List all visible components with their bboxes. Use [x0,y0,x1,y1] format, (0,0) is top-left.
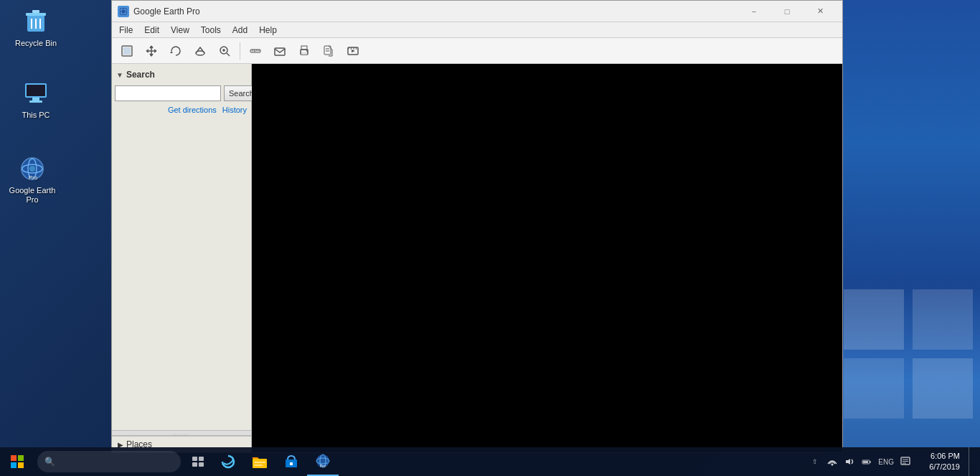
taskbar-search[interactable]: 🔍 [37,451,181,472]
taskbar-right: ⇧ ENG [808,447,980,476]
svg-rect-45 [18,455,24,461]
toolbar-zoom-in-btn[interactable] [213,41,236,61]
menu-tools[interactable]: Tools [195,24,227,37]
svg-rect-53 [254,462,265,463]
toolbar-movie-btn[interactable] [341,41,364,61]
svg-rect-48 [192,457,197,461]
toolbar-kml-btn[interactable] [317,41,340,61]
svg-rect-44 [11,455,17,461]
left-panel: ▼ Search Search Get directions History .… [112,64,252,452]
taskbar-clock[interactable]: 6:06 PM 6/7/2019 [915,451,966,473]
search-section: ▼ Search Search Get directions History [112,64,251,117]
close-button[interactable]: ✕ [804,1,837,22]
menu-add[interactable]: Add [227,24,253,37]
toolbar-move-btn[interactable] [140,41,163,61]
language-icon[interactable]: ENG [877,447,895,476]
svg-rect-20 [123,47,131,55]
svg-rect-51 [199,462,204,467]
svg-rect-56 [290,462,293,465]
window-controls: − □ ✕ [738,1,837,22]
taskbar-search-icon: 🔍 [44,457,55,467]
toolbar-tilt-btn[interactable] [189,41,212,61]
svg-line-23 [227,53,230,56]
svg-rect-52 [253,459,267,468]
svg-rect-54 [254,465,263,466]
power-icon[interactable] [859,447,874,476]
this-pc-label: This PC [22,111,50,120]
search-collapse-icon: ▼ [116,71,123,79]
svg-rect-50 [192,462,197,467]
main-content: ▼ Search Search Get directions History .… [112,64,842,452]
svg-point-35 [306,50,308,52]
maximize-button[interactable]: □ [771,1,804,22]
minimize-button[interactable]: − [738,1,771,22]
svg-rect-8 [32,98,39,101]
map-area[interactable] [252,64,842,452]
svg-rect-47 [18,462,24,468]
search-input-row: Search [115,85,248,101]
clock-date: 6/7/2019 [921,462,960,472]
svg-point-14 [29,166,35,172]
taskbar-file-explorer-app[interactable] [244,447,275,476]
menu-edit[interactable]: Edit [138,24,165,37]
taskbar-google-earth-app[interactable]: Pro [307,447,339,476]
toolbar-ruler-btn[interactable] [244,41,267,61]
svg-rect-64 [870,462,871,463]
this-pc-image [22,79,50,108]
svg-rect-34 [301,52,307,55]
history-link[interactable]: History [222,106,247,114]
left-panel-spacer [112,117,251,430]
search-header[interactable]: ▼ Search [115,67,248,83]
app-icon [118,6,129,17]
window-title: Google Earth Pro [133,6,738,17]
title-bar: Google Earth Pro − □ ✕ [112,1,842,22]
task-view-button[interactable] [184,447,212,476]
recycle-bin-label: Recycle Bin [15,39,57,48]
recycle-bin-image [22,7,50,36]
windows-wallpaper-accent [822,0,980,476]
menu-bar: File Edit View Tools Add Help [112,22,842,38]
notification-icon[interactable] [898,447,913,476]
panel-resize-handle[interactable]: ..... [112,430,251,436]
menu-view[interactable]: View [165,24,195,37]
google-earth-pro-icon[interactable]: Pro Google Earth Pro [4,154,61,205]
recycle-bin-icon[interactable]: Recycle Bin [7,7,65,48]
svg-rect-46 [11,462,17,468]
tray-expand-icon[interactable]: ⇧ [808,447,822,476]
svg-rect-7 [27,85,45,96]
search-links: Get directions History [115,106,248,114]
taskbar-edge-app[interactable] [212,447,244,476]
network-icon[interactable] [825,447,839,476]
volume-icon[interactable] [842,447,857,476]
svg-point-16 [119,7,128,16]
toolbar-email-btn[interactable] [268,41,291,61]
toolbar-rotate-btn[interactable] [164,41,187,61]
this-pc-icon[interactable]: This PC [7,79,65,120]
menu-help[interactable]: Help [253,24,283,37]
svg-rect-2 [32,10,39,13]
toolbar [112,38,842,64]
svg-rect-1 [26,13,46,16]
svg-text:Pro: Pro [320,464,326,468]
search-input[interactable] [115,85,221,101]
taskbar-store-app[interactable] [275,447,307,476]
store-icon [283,453,300,470]
toolbar-frame-btn[interactable] [116,41,138,61]
svg-rect-31 [275,48,285,55]
menu-file[interactable]: File [113,24,138,37]
svg-text:Pro: Pro [29,174,38,181]
get-directions-link[interactable]: Get directions [168,106,217,114]
toolbar-print-btn[interactable] [293,41,316,61]
show-desktop-button[interactable] [969,447,974,476]
toolbar-separator [240,42,240,60]
clock-time: 6:06 PM [921,451,960,462]
svg-rect-49 [199,457,204,461]
edge-icon [220,453,237,470]
search-header-label: Search [126,70,155,80]
taskbar: 🔍 [0,447,980,476]
google-earth-pro-label: Google Earth Pro [4,186,61,205]
svg-rect-63 [863,461,868,463]
google-earth-pro-image: Pro [18,154,47,183]
svg-rect-9 [29,101,42,103]
start-button[interactable] [0,447,34,476]
